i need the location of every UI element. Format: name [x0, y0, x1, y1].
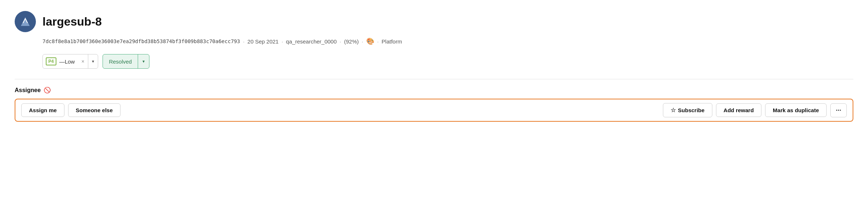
priority-label: —Low	[59, 58, 78, 65]
priority-badge: P4	[46, 57, 56, 65]
assignee-section: Assignee 🚫	[15, 87, 853, 94]
more-actions-button[interactable]: ···	[830, 103, 847, 117]
section-divider	[15, 79, 853, 79]
commit-hash: 7dc8f8e8a1b700f360e36003e7ea29dfbd38b538…	[42, 38, 240, 44]
username: qa_researcher_0000	[286, 38, 337, 45]
action-bar-right: ☆ Subscribe Add reward Mark as duplicate…	[663, 103, 847, 117]
add-reward-button[interactable]: Add reward	[716, 103, 762, 117]
page-title: largesub-8	[42, 15, 102, 29]
priority-clear-button[interactable]: ×	[78, 54, 88, 68]
action-bar: Assign me Someone else ☆ Subscribe Add r…	[15, 99, 853, 122]
page-header: largesub-8	[15, 11, 853, 32]
status-label: Resolved	[103, 58, 138, 65]
priority-dropdown-button[interactable]: ▾	[88, 54, 98, 68]
star-icon: ☆	[671, 107, 676, 114]
subscribe-button[interactable]: ☆ Subscribe	[663, 103, 712, 117]
someone-else-button[interactable]: Someone else	[68, 103, 120, 117]
mark-duplicate-button[interactable]: Mark as duplicate	[765, 103, 827, 117]
date: 20 Sep 2021	[248, 38, 279, 45]
action-bar-left: Assign me Someone else	[21, 103, 120, 117]
platform-label: Platform	[382, 38, 402, 45]
avatar	[15, 11, 36, 32]
no-assign-icon: 🚫	[44, 87, 51, 94]
score: (92%)	[344, 38, 359, 45]
emoji-icon: 🎨	[366, 37, 374, 45]
meta-info: 7dc8f8e8a1b700f360e36003e7ea29dfbd38b538…	[42, 37, 853, 45]
assignee-label: Assignee	[15, 87, 41, 94]
priority-select[interactable]: P4 —Low × ▾	[42, 54, 98, 69]
status-dropdown-button[interactable]: ▾	[138, 54, 149, 68]
status-select[interactable]: Resolved ▾	[103, 54, 149, 69]
controls-row: P4 —Low × ▾ Resolved ▾	[42, 54, 853, 69]
assign-me-button[interactable]: Assign me	[21, 103, 64, 117]
